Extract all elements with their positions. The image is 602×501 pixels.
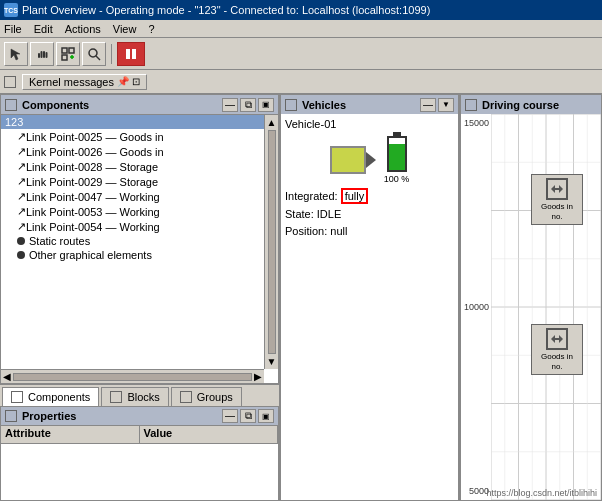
vehicle-content: Vehicle-01 100 % Integrated: bbox=[280, 114, 459, 501]
components-close-button[interactable]: ▣ bbox=[258, 98, 274, 112]
node-box-1[interactable]: Goods in no. bbox=[531, 174, 583, 225]
vehicles-dropdown-button[interactable]: ▼ bbox=[438, 98, 454, 112]
tree-item[interactable]: ↗ Link Point-0025 — Goods in bbox=[1, 129, 278, 144]
vehicle-name: Vehicle-01 bbox=[285, 118, 454, 130]
grid-svg bbox=[491, 114, 601, 500]
vehicles-title: Vehicles bbox=[285, 99, 346, 111]
components-title: Components bbox=[5, 99, 89, 111]
state-value: IDLE bbox=[317, 208, 341, 220]
menu-actions[interactable]: Actions bbox=[65, 23, 101, 35]
components-header-icons: — ⧉ ▣ bbox=[222, 98, 274, 112]
scroll-right-button[interactable]: ▶ bbox=[254, 371, 262, 382]
vehicle-shape-container bbox=[330, 146, 376, 174]
cursor-tool-button[interactable] bbox=[4, 42, 28, 66]
node-box-1-icon bbox=[546, 178, 568, 200]
other-graphical-item[interactable]: Other graphical elements ▼ bbox=[1, 248, 278, 262]
svg-line-10 bbox=[96, 56, 100, 60]
bullet-icon bbox=[17, 237, 25, 245]
search-tool-button[interactable] bbox=[82, 42, 106, 66]
y-label-5000: 5000 bbox=[463, 486, 489, 496]
svg-rect-1 bbox=[41, 51, 43, 58]
components-checkbox-icon[interactable] bbox=[5, 99, 17, 111]
scroll-down-button[interactable]: ▼ bbox=[267, 356, 277, 367]
main-content: Components — ⧉ ▣ 123 ↗ Link Point-0025 —… bbox=[0, 94, 602, 501]
kernel-checkbox[interactable] bbox=[4, 76, 16, 88]
vehicle-direction-arrow bbox=[366, 152, 376, 168]
toolbar-separator bbox=[111, 44, 112, 64]
node-box-1-label: Goods in no. bbox=[535, 202, 579, 221]
kernel-messages-bar: Kernel messages 📌 ⊡ bbox=[0, 70, 602, 94]
static-routes-item[interactable]: Static routes bbox=[1, 234, 278, 248]
properties-title: Properties bbox=[5, 410, 76, 422]
driving-course-panel: Driving course 15000 10000 5000 bbox=[460, 94, 602, 501]
tree-item[interactable]: ↗ Link Point-0026 — Goods in bbox=[1, 144, 278, 159]
properties-checkbox-icon[interactable] bbox=[5, 410, 17, 422]
node-box-2[interactable]: Goods in no. bbox=[531, 324, 583, 375]
tab-components[interactable]: Components bbox=[2, 387, 99, 406]
battery-percentage: 100 % bbox=[384, 174, 410, 184]
position-value: null bbox=[330, 225, 347, 237]
driving-course-checkbox-icon[interactable] bbox=[465, 99, 477, 111]
watermark: https://blog.csdn.net/itblihihi bbox=[486, 488, 597, 498]
svg-rect-11 bbox=[126, 49, 130, 59]
left-panel: Components — ⧉ ▣ 123 ↗ Link Point-0025 —… bbox=[0, 94, 280, 501]
kernel-messages-button[interactable]: Kernel messages 📌 ⊡ bbox=[22, 74, 147, 90]
integrated-label: Integrated: bbox=[285, 190, 338, 202]
tree-item[interactable]: ↗ Link Point-0047 — Working bbox=[1, 189, 278, 204]
hand-tool-button[interactable] bbox=[30, 42, 54, 66]
properties-header-row: Attribute Value bbox=[1, 426, 278, 444]
bullet-icon bbox=[17, 251, 25, 259]
components-panel-header: Components — ⧉ ▣ bbox=[0, 94, 279, 114]
svg-rect-3 bbox=[46, 52, 48, 58]
component-tool-button[interactable] bbox=[56, 42, 80, 66]
battery-icon bbox=[387, 136, 407, 172]
components-minimize-button[interactable]: — bbox=[222, 98, 238, 112]
pin-icon: 📌 bbox=[117, 76, 129, 87]
menu-help[interactable]: ? bbox=[148, 23, 154, 35]
position-label: Position: bbox=[285, 225, 327, 237]
svg-marker-32 bbox=[551, 335, 563, 343]
state-row: State: IDLE bbox=[285, 206, 454, 224]
svg-marker-31 bbox=[551, 185, 563, 193]
driving-course-content[interactable]: 15000 10000 5000 bbox=[460, 114, 602, 501]
vehicles-header-icons: — ▼ bbox=[420, 98, 454, 112]
integrated-row: Integrated: fully bbox=[285, 188, 454, 206]
tab-blocks[interactable]: Blocks bbox=[101, 387, 168, 406]
properties-minimize-button[interactable]: — bbox=[222, 409, 238, 423]
scroll-left-button[interactable]: ◀ bbox=[3, 371, 11, 382]
properties-header-icons: — ⧉ ▣ bbox=[222, 409, 274, 423]
window-icon: ⊡ bbox=[132, 76, 140, 87]
components-tree: 123 ↗ Link Point-0025 — Goods in ↗ Link … bbox=[0, 114, 279, 384]
scroll-up-button[interactable]: ▲ bbox=[267, 117, 277, 128]
components-restore-button[interactable]: ⧉ bbox=[240, 98, 256, 112]
app-icon: TCS bbox=[4, 3, 18, 17]
tree-selected-item[interactable]: 123 bbox=[1, 115, 278, 129]
tree-item[interactable]: ↗ Link Point-0028 — Storage bbox=[1, 159, 278, 174]
properties-panel-header: Properties — ⧉ ▣ bbox=[0, 406, 279, 426]
vehicle-visual: 100 % bbox=[285, 136, 454, 184]
menu-edit[interactable]: Edit bbox=[34, 23, 53, 35]
node-box-2-icon bbox=[546, 328, 568, 350]
vehicles-panel: Vehicles — ▼ Vehicle-01 bbox=[280, 94, 460, 501]
menu-view[interactable]: View bbox=[113, 23, 137, 35]
left-upper: Components — ⧉ ▣ 123 ↗ Link Point-0025 —… bbox=[0, 94, 279, 406]
state-label: State: bbox=[285, 208, 314, 220]
toolbar bbox=[0, 38, 602, 70]
battery-top bbox=[393, 132, 401, 136]
tree-item[interactable]: ↗ Link Point-0054 — Working bbox=[1, 219, 278, 234]
vehicles-checkbox-icon[interactable] bbox=[285, 99, 297, 111]
properties-restore-button[interactable]: ⧉ bbox=[240, 409, 256, 423]
y-label-15000: 15000 bbox=[463, 118, 489, 128]
svg-rect-2 bbox=[43, 51, 45, 58]
tab-groups[interactable]: Groups bbox=[171, 387, 242, 406]
vehicles-minimize-button[interactable]: — bbox=[420, 98, 436, 112]
properties-table: Attribute Value bbox=[0, 426, 279, 501]
properties-close-button[interactable]: ▣ bbox=[258, 409, 274, 423]
menu-bar: File Edit Actions View ? bbox=[0, 20, 602, 38]
tree-item[interactable]: ↗ Link Point-0053 — Working bbox=[1, 204, 278, 219]
svg-rect-12 bbox=[132, 49, 136, 59]
battery-container: 100 % bbox=[384, 136, 410, 184]
menu-file[interactable]: File bbox=[4, 23, 22, 35]
pause-button[interactable] bbox=[117, 42, 145, 66]
tree-item[interactable]: ↗ Link Point-0029 — Storage bbox=[1, 174, 278, 189]
